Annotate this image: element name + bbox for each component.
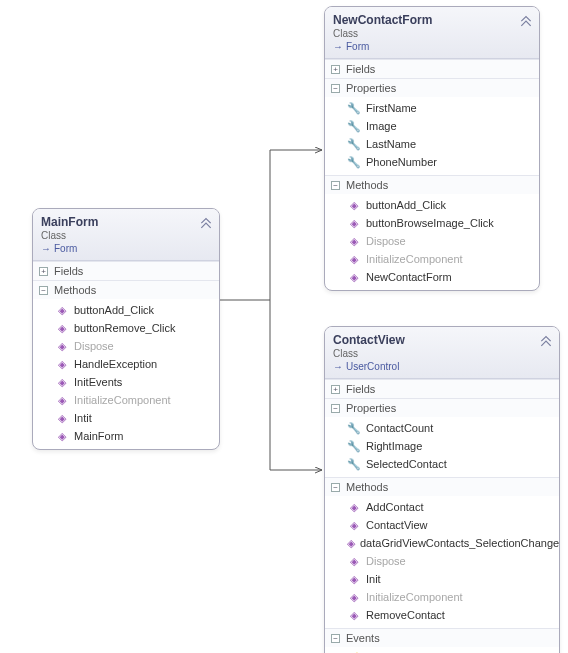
- member-method[interactable]: ◈Intit: [33, 409, 219, 427]
- collapse-icon[interactable]: −: [331, 181, 340, 190]
- section-header-properties[interactable]: − Properties: [325, 79, 539, 97]
- member-method[interactable]: ◈NewContactForm: [325, 268, 539, 286]
- member-property[interactable]: 🔧FirstName: [325, 99, 539, 117]
- expand-icon[interactable]: +: [331, 385, 340, 394]
- member-name: Dispose: [366, 553, 406, 569]
- class-box-contactview[interactable]: ContactView Class →UserControl + Fields …: [324, 326, 560, 653]
- section-header-events[interactable]: − Events: [325, 629, 559, 647]
- events-list: ⚡SelectionChangedEvent: [325, 647, 559, 653]
- member-name: ContactView: [366, 517, 428, 533]
- member-method[interactable]: ◈buttonBrowseImage_Click: [325, 214, 539, 232]
- member-name: dataGridViewContacts_SelectionChanged: [360, 535, 560, 551]
- expand-icon[interactable]: +: [331, 65, 340, 74]
- method-icon: ◈: [347, 197, 361, 213]
- collapse-icon[interactable]: −: [331, 404, 340, 413]
- member-method[interactable]: ◈MainForm: [33, 427, 219, 445]
- member-name: InitializeComponent: [74, 392, 171, 408]
- member-method[interactable]: ◈dataGridViewContacts_SelectionChanged: [325, 534, 559, 552]
- member-method[interactable]: ◈Init: [325, 570, 559, 588]
- member-property[interactable]: 🔧PhoneNumber: [325, 153, 539, 171]
- collapse-icon[interactable]: −: [331, 483, 340, 492]
- property-icon: 🔧: [347, 456, 361, 472]
- section-label: Methods: [346, 481, 388, 493]
- collapse-chevron-icon[interactable]: [539, 333, 553, 347]
- method-icon: ◈: [347, 607, 361, 623]
- section-header-methods[interactable]: − Methods: [325, 176, 539, 194]
- method-icon: ◈: [347, 251, 361, 267]
- collapse-icon[interactable]: −: [331, 634, 340, 643]
- section-header-fields[interactable]: + Fields: [33, 262, 219, 280]
- member-method[interactable]: ◈buttonAdd_Click: [325, 196, 539, 214]
- property-icon: 🔧: [347, 100, 361, 116]
- class-inherits: →Form: [333, 41, 531, 52]
- property-icon: 🔧: [347, 136, 361, 152]
- member-property[interactable]: 🔧RightImage: [325, 437, 559, 455]
- expand-icon[interactable]: +: [39, 267, 48, 276]
- method-icon: ◈: [347, 535, 355, 551]
- member-name: buttonAdd_Click: [366, 197, 446, 213]
- member-event[interactable]: ⚡SelectionChangedEvent: [325, 649, 559, 653]
- method-icon: ◈: [347, 571, 361, 587]
- section-methods: − Methods ◈AddContact ◈ContactView ◈data…: [325, 477, 559, 628]
- member-property[interactable]: 🔧Image: [325, 117, 539, 135]
- member-name: buttonRemove_Click: [74, 320, 176, 336]
- section-label: Methods: [54, 284, 96, 296]
- member-method[interactable]: ◈InitEvents: [33, 373, 219, 391]
- class-stereotype: Class: [41, 230, 211, 241]
- member-method[interactable]: ◈ContactView: [325, 516, 559, 534]
- member-property[interactable]: 🔧LastName: [325, 135, 539, 153]
- property-icon: 🔧: [347, 118, 361, 134]
- member-method[interactable]: ◈AddContact: [325, 498, 559, 516]
- inherits-name: Form: [346, 41, 369, 52]
- member-name: AddContact: [366, 499, 423, 515]
- member-name: FirstName: [366, 100, 417, 116]
- member-method[interactable]: ◈HandleException: [33, 355, 219, 373]
- methods-list: ◈buttonAdd_Click ◈buttonRemove_Click ◈Di…: [33, 299, 219, 449]
- method-icon: ◈: [55, 320, 69, 336]
- collapse-icon[interactable]: −: [39, 286, 48, 295]
- member-name: InitializeComponent: [366, 589, 463, 605]
- member-method[interactable]: ◈RemoveContact: [325, 606, 559, 624]
- section-label: Properties: [346, 82, 396, 94]
- class-box-newcontactform[interactable]: NewContactForm Class →Form + Fields − Pr…: [324, 6, 540, 291]
- collapse-icon[interactable]: −: [331, 84, 340, 93]
- section-header-methods[interactable]: − Methods: [33, 281, 219, 299]
- member-name: InitEvents: [74, 374, 122, 390]
- inherit-arrow-icon: →: [333, 361, 343, 372]
- member-property[interactable]: 🔧SelectedContact: [325, 455, 559, 473]
- section-label: Fields: [346, 383, 375, 395]
- section-header-methods[interactable]: − Methods: [325, 478, 559, 496]
- collapse-chevron-icon[interactable]: [199, 215, 213, 229]
- class-stereotype: Class: [333, 28, 531, 39]
- member-method[interactable]: ◈Dispose: [325, 232, 539, 250]
- class-box-mainform[interactable]: MainForm Class →Form + Fields − Methods …: [32, 208, 220, 450]
- member-name: LastName: [366, 136, 416, 152]
- member-method[interactable]: ◈InitializeComponent: [325, 250, 539, 268]
- method-icon: ◈: [347, 215, 361, 231]
- member-method[interactable]: ◈buttonAdd_Click: [33, 301, 219, 319]
- section-header-properties[interactable]: − Properties: [325, 399, 559, 417]
- member-name: buttonBrowseImage_Click: [366, 215, 494, 231]
- member-property[interactable]: 🔧ContactCount: [325, 419, 559, 437]
- class-header: MainForm Class →Form: [33, 209, 219, 261]
- member-method[interactable]: ◈Dispose: [325, 552, 559, 570]
- collapse-chevron-icon[interactable]: [519, 13, 533, 27]
- member-method[interactable]: ◈buttonRemove_Click: [33, 319, 219, 337]
- section-fields: + Fields: [325, 379, 559, 398]
- member-name: Init: [366, 571, 381, 587]
- method-icon: ◈: [347, 499, 361, 515]
- member-method[interactable]: ◈InitializeComponent: [33, 391, 219, 409]
- section-header-fields[interactable]: + Fields: [325, 380, 559, 398]
- section-label: Methods: [346, 179, 388, 191]
- member-name: ContactCount: [366, 420, 433, 436]
- member-name: NewContactForm: [366, 269, 452, 285]
- section-header-fields[interactable]: + Fields: [325, 60, 539, 78]
- member-method[interactable]: ◈InitializeComponent: [325, 588, 559, 606]
- method-icon: ◈: [347, 233, 361, 249]
- member-method[interactable]: ◈Dispose: [33, 337, 219, 355]
- member-name: SelectedContact: [366, 456, 447, 472]
- method-icon: ◈: [347, 269, 361, 285]
- properties-list: 🔧FirstName 🔧Image 🔧LastName 🔧PhoneNumber: [325, 97, 539, 175]
- member-name: MainForm: [74, 428, 124, 444]
- section-properties: − Properties 🔧FirstName 🔧Image 🔧LastName…: [325, 78, 539, 175]
